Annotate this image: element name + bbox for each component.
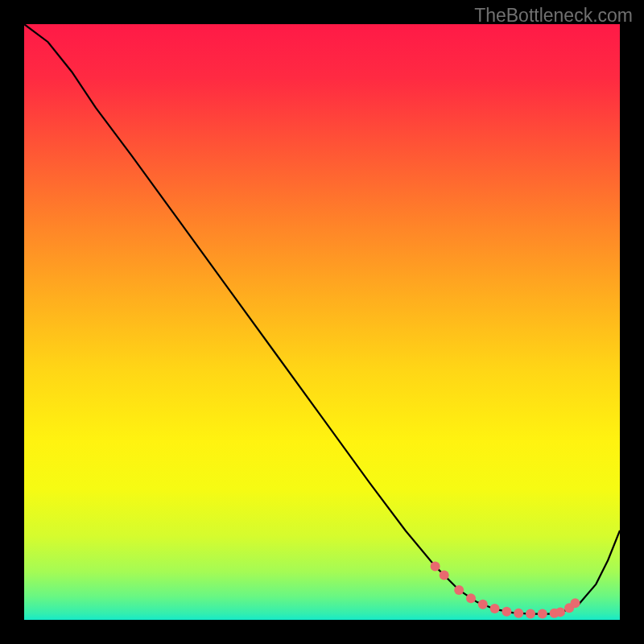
marker-dot xyxy=(466,593,476,603)
marker-dot xyxy=(478,600,488,609)
marker-dot xyxy=(555,607,565,617)
marker-dot xyxy=(514,609,523,618)
marker-dot xyxy=(490,604,500,613)
marker-dot xyxy=(431,561,440,571)
plot-area xyxy=(24,24,620,620)
chart-svg xyxy=(24,24,620,620)
chart-container: TheBottleneck.com xyxy=(0,0,644,644)
watermark-text: TheBottleneck.com xyxy=(474,5,633,27)
marker-dot xyxy=(571,598,580,608)
marker-dot xyxy=(538,609,547,619)
marker-dot xyxy=(440,571,449,580)
marker-dot xyxy=(502,607,511,617)
gradient-background xyxy=(24,24,620,620)
marker-dot xyxy=(454,585,464,595)
marker-dot xyxy=(526,609,535,619)
